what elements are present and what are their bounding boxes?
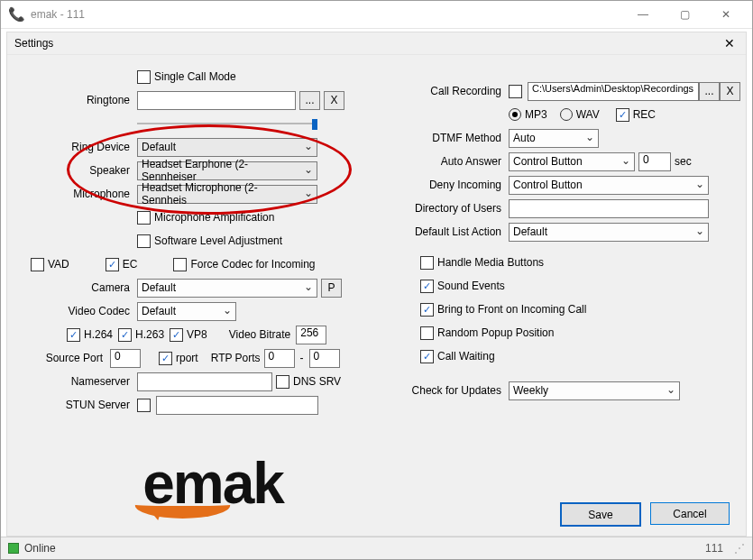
stun-server-checkbox[interactable] <box>137 399 151 412</box>
video-bitrate-input[interactable]: 256 <box>296 326 326 344</box>
rtp-from-input[interactable]: 0 <box>264 349 295 368</box>
ring-device-select[interactable]: Default <box>137 138 317 157</box>
h264-checkbox[interactable]: ✓H.264 <box>67 328 113 342</box>
default-list-action-label: Default List Action <box>384 225 509 238</box>
camera-preview-button[interactable]: P <box>321 279 342 298</box>
software-level-checkbox[interactable]: Software Level Adjustment <box>137 234 282 248</box>
video-codec-label: Video Codec <box>13 305 137 317</box>
speaker-select[interactable]: Headset Earphone (2- Sennheiser <box>137 161 317 180</box>
app-icon: 📞 <box>8 6 25 23</box>
auto-answer-label: Auto Answer <box>384 155 509 168</box>
nameserver-input[interactable] <box>137 372 272 391</box>
camera-select[interactable]: Default <box>137 279 317 298</box>
microphone-select[interactable]: Headset Microphone (2- Sennheis <box>137 185 317 204</box>
sound-events-checkbox[interactable]: ✓Sound Events <box>420 280 505 293</box>
deny-incoming-select[interactable]: Control Button <box>509 176 709 195</box>
titlebar: 📞 emak - 111 — ▢ ✕ <box>1 1 752 29</box>
random-popup-checkbox[interactable]: Random Popup Position <box>420 326 554 340</box>
handle-media-checkbox[interactable]: Handle Media Buttons <box>420 256 544 270</box>
dialog-buttons: Save Cancel <box>560 502 730 527</box>
app-window: 📞 emak - 111 — ▢ ✕ Settings ✕ Single Cal… <box>0 0 753 560</box>
settings-header: Settings ✕ <box>7 32 746 55</box>
mic-amplification-checkbox[interactable]: Microphone Amplification <box>137 211 274 225</box>
check-updates-select[interactable]: Weekly <box>509 381 680 400</box>
microphone-label: Microphone <box>13 188 137 200</box>
source-port-label: Source Port <box>13 352 110 364</box>
vp8-checkbox[interactable]: ✓VP8 <box>170 328 207 342</box>
ringtone-clear-button[interactable]: X <box>324 91 344 110</box>
ringtone-input[interactable] <box>137 91 296 110</box>
settings-title: Settings <box>14 37 721 50</box>
close-icon[interactable]: ✕ <box>721 36 739 50</box>
video-codec-select[interactable]: Default <box>137 302 236 321</box>
dtmf-method-select[interactable]: Auto <box>509 129 599 148</box>
default-list-action-select[interactable]: Default <box>509 223 709 242</box>
recording-browse-button[interactable]: ... <box>699 82 720 101</box>
cancel-button[interactable]: Cancel <box>650 502 730 525</box>
stun-server-input[interactable] <box>156 396 318 415</box>
rtp-dash: - <box>295 352 309 364</box>
camera-label: Camera <box>13 281 137 294</box>
status-extension: 111 <box>705 542 723 555</box>
close-window-button[interactable]: ✕ <box>705 1 747 28</box>
status-bar: Online 111 ⋰ <box>1 537 752 559</box>
rtp-ports-label: RTP Ports <box>211 352 261 364</box>
status-led-icon <box>8 543 19 554</box>
ring-device-label: Ring Device <box>13 141 137 153</box>
rec-checkbox[interactable]: ✓REC <box>616 108 656 122</box>
vad-checkbox[interactable]: VAD <box>31 258 69 271</box>
stun-server-label: STUN Server <box>13 399 137 411</box>
video-bitrate-label: Video Bitrate <box>229 328 291 341</box>
window-title: emak - 111 <box>31 8 622 21</box>
right-column: Call Recording C:\Users\Admin\Desktop\Re… <box>384 64 740 418</box>
call-waiting-checkbox[interactable]: ✓Call Waiting <box>420 350 495 363</box>
status-grip-icon: ⋰ <box>734 542 745 555</box>
call-recording-label: Call Recording <box>384 85 509 97</box>
maximize-button[interactable]: ▢ <box>664 1 705 28</box>
call-recording-path[interactable]: C:\Users\Admin\Desktop\Recordings <box>528 82 699 101</box>
ringtone-label: Ringtone <box>13 94 137 106</box>
rport-checkbox[interactable]: ✓rport <box>159 352 198 365</box>
save-button[interactable]: Save <box>560 502 641 527</box>
h263-checkbox[interactable]: ✓H.263 <box>118 328 164 342</box>
call-recording-checkbox[interactable] <box>509 85 522 98</box>
dtmf-method-label: DTMF Method <box>384 132 509 144</box>
wav-radio[interactable]: WAV <box>560 108 600 121</box>
deny-incoming-label: Deny Incoming <box>384 179 509 191</box>
directory-users-input[interactable] <box>509 199 709 218</box>
ringtone-browse-button[interactable]: ... <box>299 91 320 110</box>
logo: emak <box>91 443 335 524</box>
minimize-button[interactable]: — <box>622 1 664 28</box>
status-text: Online <box>24 542 56 555</box>
nameserver-label: Nameserver <box>13 375 137 388</box>
recording-clear-button[interactable]: X <box>720 82 740 101</box>
ec-checkbox[interactable]: ✓EC <box>106 258 138 271</box>
check-updates-label: Check for Updates <box>384 384 509 397</box>
auto-answer-select[interactable]: Control Button <box>509 152 635 171</box>
auto-answer-sec-label: sec <box>675 155 692 168</box>
bring-to-front-checkbox[interactable]: ✓Bring to Front on Incoming Call <box>420 303 586 317</box>
ringtone-volume-slider[interactable] <box>137 116 317 131</box>
source-port-input[interactable]: 0 <box>110 349 141 368</box>
rtp-to-input[interactable]: 0 <box>309 349 340 368</box>
single-call-mode-checkbox[interactable]: Single Call Mode <box>137 70 236 84</box>
auto-answer-sec-input[interactable]: 0 <box>638 152 671 171</box>
speaker-label: Speaker <box>13 164 137 177</box>
left-column: Single Call Mode Ringtone ... X <box>13 64 357 418</box>
force-codec-checkbox[interactable]: Force Codec for Incoming <box>173 258 315 271</box>
mp3-radio[interactable]: MP3 <box>509 108 547 121</box>
directory-users-label: Directory of Users <box>384 202 509 215</box>
dns-srv-checkbox[interactable]: DNS SRV <box>276 375 341 389</box>
